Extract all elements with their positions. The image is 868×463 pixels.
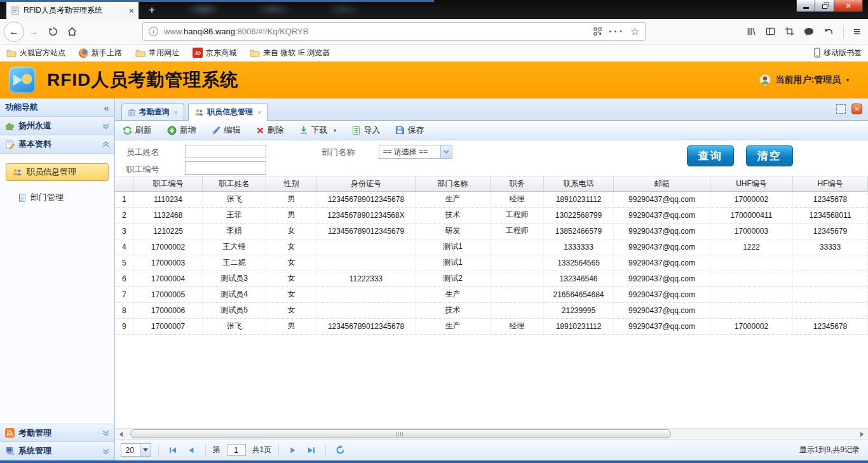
horizontal-scrollbar[interactable] xyxy=(115,428,868,439)
table-row[interactable]: 31210225李娟女123456789012345679研发工程师138524… xyxy=(115,223,868,239)
column-header[interactable]: 邮箱 xyxy=(614,177,710,191)
sidebar-toggle-icon[interactable] xyxy=(766,27,775,36)
reload-grid-icon[interactable] xyxy=(333,443,347,457)
table-row[interactable]: 11110234张飞男123456789012345678生产经理1891023… xyxy=(115,191,868,207)
department-select[interactable]: == 请选择 == xyxy=(379,145,452,159)
scroll-left-icon[interactable] xyxy=(116,429,126,439)
table-row[interactable]: 21132468王菲男12345678901234568X技术工程师130225… xyxy=(115,207,868,223)
reload-button[interactable] xyxy=(43,22,62,41)
bookmark-item[interactable]: 来自 微软 IE 浏览器 xyxy=(250,48,330,58)
clear-button[interactable]: 清空 xyxy=(746,145,793,166)
table-row[interactable]: 917000007张飞男123456789012345678生产经理189102… xyxy=(115,318,868,334)
cell: 99290437@qq.com xyxy=(614,302,710,318)
new-tab-button[interactable]: + xyxy=(144,3,160,18)
column-header[interactable]: 职工姓名 xyxy=(203,177,266,191)
cell: 99290437@qq.com xyxy=(614,191,710,207)
cell: 99290437@qq.com xyxy=(614,286,710,302)
refresh-button[interactable]: 刷新 xyxy=(123,124,152,136)
page-size-select[interactable]: 20 xyxy=(121,443,140,457)
cell: 女 xyxy=(266,255,317,271)
chat-icon[interactable] xyxy=(804,27,814,37)
bookmark-item[interactable]: 常用网址 xyxy=(135,48,179,58)
delete-button[interactable]: 删除 xyxy=(256,124,284,136)
bookmark-item[interactable]: JD京东商城 xyxy=(193,48,236,58)
scroll-right-icon[interactable] xyxy=(857,429,867,439)
library-icon[interactable] xyxy=(747,27,756,36)
tab-employee-info[interactable]: 职员信息管理 × xyxy=(188,103,268,121)
sidebar-group-system[interactable]: 系统管理 xyxy=(0,442,114,460)
site-info-icon[interactable]: i xyxy=(149,27,158,36)
edit-button[interactable]: 编辑 xyxy=(212,124,241,136)
page-actions-icon[interactable]: • • • xyxy=(609,28,623,35)
cell xyxy=(793,255,868,271)
data-grid: 职工编号职工姓名性别身份证号部门名称职务联系电话邮箱UHF编号HF编号 1111… xyxy=(115,177,868,428)
mobile-bookmarks-item[interactable]: 移动版书签 xyxy=(814,48,862,58)
cell: 216564654684 xyxy=(544,286,614,302)
bookmark-label: 新手上路 xyxy=(92,48,122,58)
column-header[interactable]: 职务 xyxy=(491,177,544,191)
column-header[interactable]: 性别 xyxy=(266,177,317,191)
back-button[interactable]: ← xyxy=(4,22,24,42)
browser-tab[interactable]: RFID人员考勤管理系统 × xyxy=(6,2,139,19)
sidebar-collapse-icon[interactable]: « xyxy=(104,102,109,113)
sidebar-item-employee-info[interactable]: 职员信息管理 xyxy=(6,163,109,181)
column-header[interactable]: 职工编号 xyxy=(134,177,203,191)
sidebar-item-department[interactable]: 部门管理 xyxy=(18,192,109,203)
sidebar-group-attendance[interactable]: 考勤管理 xyxy=(0,424,114,442)
cell: 张飞 xyxy=(203,318,266,334)
bookmark-item[interactable]: 火狐官方站点 xyxy=(6,48,65,58)
window-minimize-button[interactable] xyxy=(796,0,815,12)
table-row[interactable]: 817000006测试员5女技术2123999599290437@qq.com xyxy=(115,302,868,318)
next-page-button[interactable] xyxy=(286,443,300,457)
employee-code-input[interactable] xyxy=(185,161,266,175)
table-row[interactable]: 417000002王大锤女测试1133333399290437@qq.com12… xyxy=(115,239,868,255)
add-button[interactable]: 新增 xyxy=(167,124,196,136)
hamburger-menu-icon[interactable]: ≡ xyxy=(853,25,860,39)
import-button[interactable]: 导入 xyxy=(352,124,380,136)
cell: 132346546 xyxy=(544,271,614,286)
column-header[interactable]: 部门名称 xyxy=(416,177,491,191)
tab-close-icon[interactable]: × xyxy=(129,6,134,16)
table-row[interactable]: 517000003王二妮女测试1133256456599290437@qq.co… xyxy=(115,255,868,271)
column-header[interactable]: 身份证号 xyxy=(317,177,416,191)
undo-icon[interactable] xyxy=(824,27,834,37)
column-header[interactable]: UHF编号 xyxy=(710,177,793,191)
prev-page-button[interactable] xyxy=(184,443,198,457)
url-bar[interactable]: i www.hanqi86.wang:8006/#!/Kq/KQRYB • • … xyxy=(142,22,646,41)
table-row[interactable]: 717000005测试员4女生产21656465468499290437@qq.… xyxy=(115,286,868,302)
row-number: 6 xyxy=(115,271,134,286)
page-number-input[interactable] xyxy=(227,444,246,456)
page-size-caret-icon[interactable] xyxy=(140,443,151,457)
forward-button[interactable]: → xyxy=(24,22,43,41)
download-button[interactable]: 下载 ▼ xyxy=(299,124,337,136)
window-restore-button[interactable] xyxy=(815,0,834,12)
screenshot-icon[interactable] xyxy=(785,27,794,36)
close-panel-icon[interactable]: ✕ xyxy=(851,104,862,114)
tab-close-icon[interactable]: × xyxy=(257,109,261,116)
sidebar-group-yangzhou[interactable]: 扬州永道 xyxy=(0,117,114,135)
column-header[interactable]: HF编号 xyxy=(793,177,868,191)
first-page-button[interactable] xyxy=(166,443,180,457)
window-close-button[interactable]: ✕ xyxy=(834,0,863,12)
bookmark-star-icon[interactable]: ☆ xyxy=(630,27,639,37)
qr-code-icon[interactable] xyxy=(593,27,602,36)
tab-close-icon[interactable]: × xyxy=(174,109,178,116)
save-button[interactable]: 保存 xyxy=(395,124,424,136)
maximize-panel-icon[interactable] xyxy=(836,104,846,114)
people-icon xyxy=(12,168,22,176)
scrollbar-thumb[interactable] xyxy=(130,429,671,438)
cell: 123456789012345679 xyxy=(317,223,416,239)
current-user-menu[interactable]: 当前用户:管理员 ▼ xyxy=(759,74,850,86)
bookmark-item[interactable]: 新手上路 xyxy=(79,48,122,58)
cell: 男 xyxy=(266,318,317,334)
query-button[interactable]: 查询 xyxy=(687,145,734,166)
tab-attendance-query[interactable]: 考勤查询 × xyxy=(121,104,184,120)
last-page-button[interactable] xyxy=(304,443,318,457)
home-button[interactable] xyxy=(62,22,81,41)
employee-name-input[interactable] xyxy=(185,145,266,158)
column-header[interactable]: 联系电话 xyxy=(544,177,614,191)
select-chevron-icon[interactable] xyxy=(440,145,452,158)
sidebar-group-basic[interactable]: 基本资料 xyxy=(0,135,114,154)
cell: 17000007 xyxy=(134,318,203,334)
table-row[interactable]: 617000004测试员3女11222333测试2132346546992904… xyxy=(115,271,868,286)
